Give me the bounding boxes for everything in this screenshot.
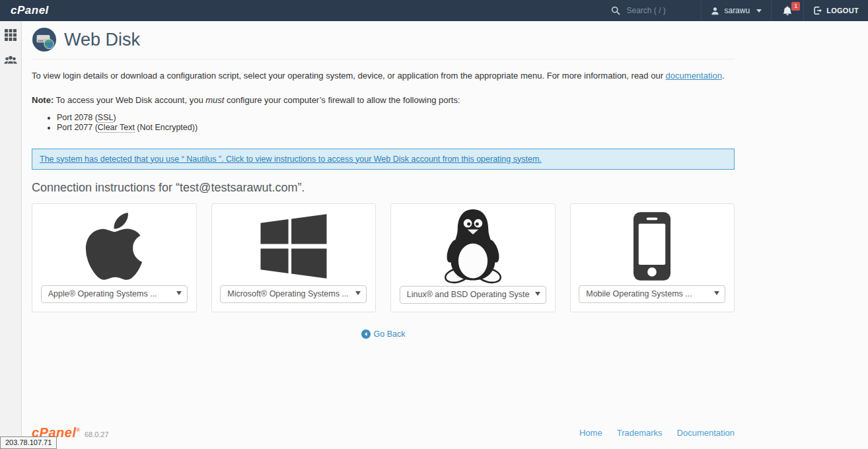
main-content: Web Disk To view login details or downlo… — [22, 21, 868, 449]
microsoft-os-select[interactable]: Microsoft® Operating Systems ... — [220, 285, 367, 303]
smartphone-icon — [633, 204, 670, 285]
card-linux-bsd: Linux® and BSD Operating Systems ... — [390, 203, 556, 312]
os-detected-link[interactable]: The system has detected that you use “ N… — [40, 155, 542, 164]
port-ssl-prefix: Port 2078 ( — [57, 113, 98, 122]
port-ct-suffix: (Not Encrypted)) — [135, 123, 198, 132]
footer-version: 68.0.27 — [85, 431, 109, 438]
intro-before: To view login details or download a conf… — [32, 71, 666, 81]
port-cleartext-item: Port 2077 (Clear Text (Not Encrypted)) — [57, 123, 735, 133]
user-name: sarawu — [724, 6, 750, 15]
note-emphasis: must — [205, 95, 224, 105]
connection-heading: Connection instructions for “test@testsa… — [32, 181, 735, 195]
footer-link-documentation[interactable]: Documentation — [677, 428, 735, 438]
tux-penguin-icon — [438, 204, 508, 286]
search-box[interactable] — [602, 0, 701, 21]
chevron-down-icon — [756, 9, 762, 13]
mobile-os-select[interactable]: Mobile Operating Systems ... — [579, 285, 725, 303]
windows-icon — [256, 204, 331, 285]
search-icon — [611, 6, 620, 15]
footer-link-home[interactable]: Home — [579, 428, 602, 438]
note-text: Note: To access your Web Disk account, y… — [32, 95, 735, 105]
logout-icon — [813, 6, 822, 15]
page-header: Web Disk — [32, 21, 735, 59]
intro-text: To view login details or download a conf… — [32, 71, 735, 81]
mobile-os-select-wrap: Mobile Operating Systems ... — [579, 285, 725, 303]
port-ssl-suffix: ) — [113, 113, 116, 122]
card-mobile: Mobile Operating Systems ... — [570, 203, 735, 312]
go-back-link[interactable]: Go Back — [361, 329, 406, 339]
cpanel-logo: cPanel — [0, 0, 59, 21]
go-back-label: Go Back — [374, 329, 406, 339]
os-cards-row: Apple® Operating Systems ... — [32, 203, 735, 312]
user-groups-icon[interactable] — [4, 55, 17, 66]
user-menu[interactable]: sarawu — [701, 0, 771, 21]
apple-os-select[interactable]: Apple® Operating Systems ... — [41, 285, 188, 303]
logout-button[interactable]: LOGOUT — [803, 0, 868, 21]
card-microsoft: Microsoft® Operating Systems ... — [211, 203, 377, 312]
left-sidebar — [0, 21, 22, 449]
notification-badge: 1 — [791, 2, 800, 11]
search-input[interactable] — [625, 5, 698, 16]
back-arrow-icon — [361, 329, 371, 339]
notifications-button[interactable]: 1 — [771, 0, 803, 21]
port-ssl-item: Port 2078 (SSL) — [57, 114, 735, 123]
apple-icon — [82, 204, 146, 285]
footer-link-trademarks[interactable]: Trademarks — [617, 428, 663, 438]
top-navbar: cPanel sarawu 1 LOGOUT — [0, 0, 868, 21]
port-ct-prefix: Port 2077 ( — [57, 123, 98, 132]
webdisk-icon — [32, 27, 57, 52]
page-title: Web Disk — [64, 30, 140, 50]
go-back-row: Go Back — [32, 329, 735, 341]
footer-links: Home Trademarks Documentation — [579, 428, 735, 438]
note-after-em: configure your computer’s firewall to al… — [224, 95, 460, 105]
linux-os-select-wrap: Linux® and BSD Operating Systems ... — [400, 286, 546, 304]
ssl-abbr: SSL — [98, 113, 114, 123]
apps-grid-icon[interactable] — [5, 29, 17, 41]
user-icon — [711, 7, 719, 15]
os-detected-alert: The system has detected that you use “ N… — [32, 149, 735, 170]
cleartext-abbr: Clear Text — [98, 123, 135, 133]
card-apple: Apple® Operating Systems ... — [32, 203, 197, 312]
ports-list: Port 2078 (SSL) Port 2077 (Clear Text (N… — [46, 114, 735, 133]
linux-os-select[interactable]: Linux® and BSD Operating Systems ... — [400, 286, 546, 304]
intro-after: . — [722, 71, 725, 81]
apple-os-select-wrap: Apple® Operating Systems ... — [41, 285, 188, 303]
logout-label: LOGOUT — [826, 7, 859, 15]
note-before-em: To access your Web Disk account, you — [54, 95, 205, 105]
documentation-link[interactable]: documentation — [666, 71, 722, 81]
microsoft-os-select-wrap: Microsoft® Operating Systems ... — [220, 285, 367, 303]
registered-mark: ® — [76, 427, 80, 433]
status-url-tooltip: 203.78.107.71 — [0, 436, 57, 449]
navbar-right: sarawu 1 LOGOUT — [602, 0, 868, 21]
page-footer: cPanel® 68.0.27 Home Trademarks Document… — [32, 425, 868, 449]
note-label: Note: — [32, 95, 54, 105]
